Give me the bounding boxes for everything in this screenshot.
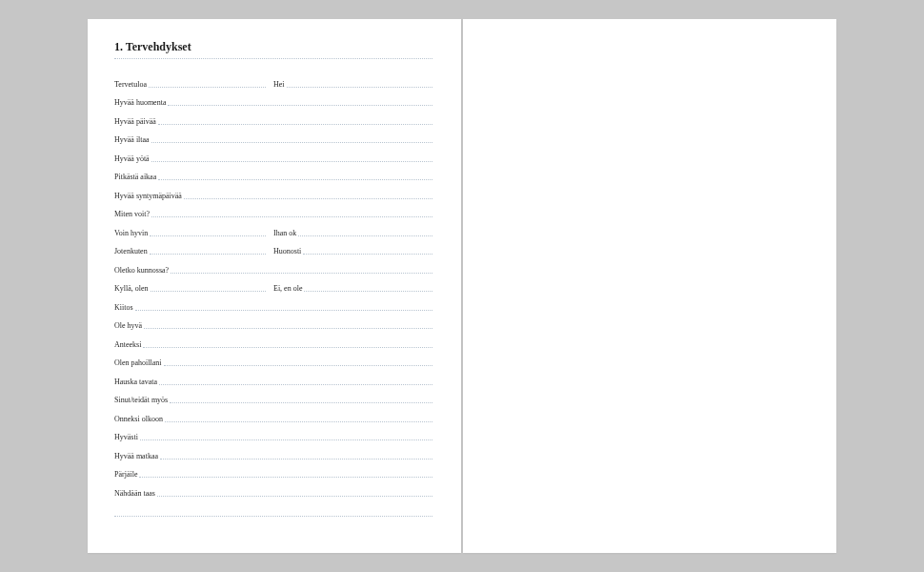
fill-line — [140, 439, 432, 440]
vocab-half-left: Kyllä, olen — [114, 284, 273, 294]
vocab-row: Pitkästä aikaa — [114, 164, 432, 183]
vocab-half-left: Jotenkuten — [114, 247, 273, 256]
fill-line — [165, 421, 432, 422]
vocab-half-right: Ihan ok — [273, 229, 432, 238]
vocab-term: Tervetuloa — [114, 80, 149, 90]
vocab-term: Hyvästi — [114, 433, 140, 442]
vocab-row: Hyvää päivää — [114, 108, 432, 127]
vocab-row: Olen pahoillani — [114, 350, 432, 369]
fill-line — [150, 254, 266, 255]
vocab-term: Olen pahoillani — [114, 358, 164, 368]
fill-line — [304, 291, 432, 292]
vocab-half-right: Huonosti — [273, 247, 432, 256]
fill-line — [151, 216, 432, 217]
vocab-term: Onneksi olkoon — [114, 415, 165, 424]
vocab-row: Voin hyvinIhan ok — [114, 219, 432, 238]
fill-line — [158, 179, 432, 180]
vocab-row: Pärjäile — [114, 461, 432, 480]
vocab-term: Miten voit? — [114, 210, 151, 219]
vocab-term: Pitkästä aikaa — [114, 173, 158, 182]
fill-line — [143, 347, 432, 348]
vocab-row: Hyvää matkaa — [114, 442, 432, 461]
fill-line — [170, 402, 432, 403]
vocab-row: Onneksi olkoon — [114, 405, 432, 424]
fill-line — [158, 124, 432, 125]
vocab-term: Anteeksi — [114, 340, 143, 350]
vocab-half-right: Hei — [273, 80, 432, 90]
fill-line — [157, 496, 432, 497]
fill-line — [151, 291, 266, 292]
vocab-row: Kyllä, olenEi, en ole — [114, 276, 432, 295]
section-title: 1. Tervehdykset — [114, 40, 432, 54]
vocabulary-list: TervetuloaHeiHyvää huomentaHyvää päivääH… — [114, 71, 432, 519]
fill-line — [135, 310, 432, 311]
vocab-row: Hyvää yötä — [114, 145, 432, 164]
blank-line — [114, 499, 432, 518]
vocab-term: Huonosti — [273, 247, 303, 256]
title-underline — [114, 58, 432, 59]
vocab-term: Hyvää yötä — [114, 154, 151, 164]
vocab-row: Miten voit? — [114, 201, 432, 220]
vocab-term: Nähdään taas — [114, 489, 157, 499]
fill-line — [184, 198, 432, 199]
vocab-term: Voin hyvin — [114, 229, 150, 238]
vocab-half-right: Ei, en ole — [273, 284, 432, 294]
vocab-term: Kiitos — [114, 303, 135, 313]
right-page — [463, 19, 836, 553]
vocab-term: Hauska tavata — [114, 378, 159, 387]
fill-line — [298, 235, 432, 236]
vocab-term: Hei — [273, 80, 287, 90]
vocab-row: Hyvästi — [114, 424, 432, 443]
vocab-term: Hyvää päivää — [114, 117, 158, 127]
fill-line — [139, 477, 432, 478]
vocab-term: Pärjäile — [114, 470, 139, 480]
vocab-term: Hyvää syntymäpäivää — [114, 192, 184, 201]
grid-paper — [472, 29, 827, 543]
vocab-row: Oletko kunnossa? — [114, 256, 432, 276]
vocab-term: Hyvää huomenta — [114, 98, 168, 108]
fill-line — [150, 235, 266, 236]
fill-line — [168, 105, 432, 106]
vocab-term: Hyvää matkaa — [114, 452, 160, 461]
vocab-row: TervetuloaHei — [114, 71, 432, 90]
vocab-term: Jotenkuten — [114, 247, 150, 256]
vocab-half-left: Tervetuloa — [114, 80, 273, 90]
fill-line — [149, 87, 266, 88]
vocab-row: Ole hyvä — [114, 313, 432, 332]
vocab-term: Ihan ok — [273, 229, 298, 238]
fill-line — [151, 142, 432, 143]
vocab-row: Nähdään taas — [114, 480, 432, 499]
vocab-term: Hyvää iltaa — [114, 135, 151, 145]
vocab-term: Ei, en ole — [273, 284, 304, 294]
page-spread: 1. Tervehdykset TervetuloaHeiHyvää huome… — [88, 19, 836, 553]
vocab-row: Hauska tavata — [114, 368, 432, 387]
vocab-row: JotenkutenHuonosti — [114, 238, 432, 257]
fill-line — [151, 161, 432, 162]
vocab-term: Oletko kunnossa? — [114, 266, 171, 276]
vocab-half-left: Voin hyvin — [114, 229, 273, 238]
fill-line — [144, 328, 432, 329]
vocab-row: Anteeksi — [114, 331, 432, 350]
fill-line — [303, 254, 432, 255]
vocab-row: Hyvää huomenta — [114, 90, 432, 109]
fill-line — [287, 87, 432, 88]
vocab-term: Sinut/teidät myös — [114, 396, 170, 405]
vocab-row: Hyvää syntymäpäivää — [114, 182, 432, 201]
fill-line — [159, 384, 432, 385]
fill-line — [164, 365, 432, 366]
fill-line — [160, 459, 432, 460]
fill-line — [171, 273, 432, 274]
vocab-term: Kyllä, olen — [114, 284, 151, 294]
vocab-row: Hyvää iltaa — [114, 127, 432, 146]
vocab-row: Sinut/teidät myös — [114, 387, 432, 406]
vocab-term: Ole hyvä — [114, 321, 144, 331]
left-page: 1. Tervehdykset TervetuloaHeiHyvää huome… — [88, 19, 461, 553]
vocab-row: Kiitos — [114, 294, 432, 313]
